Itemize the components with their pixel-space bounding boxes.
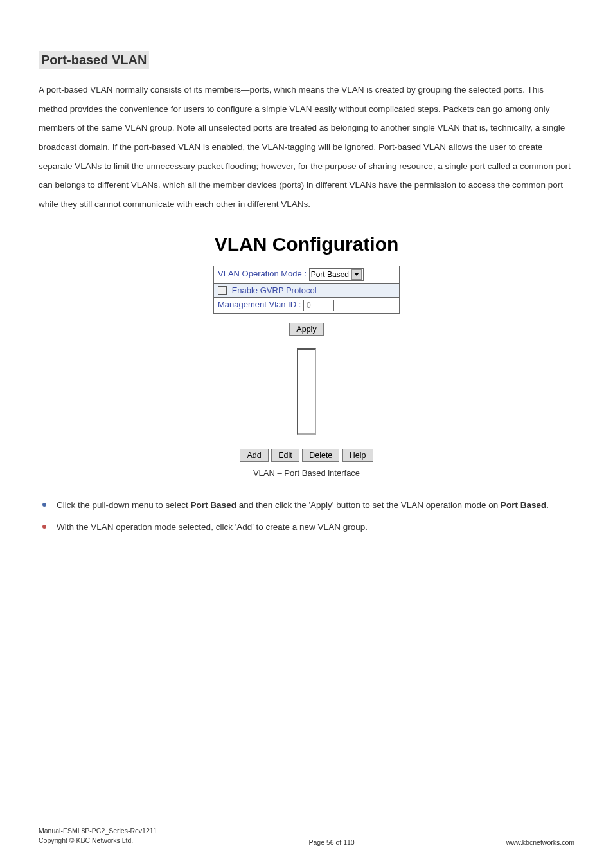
- delete-button[interactable]: Delete: [302, 449, 339, 462]
- mgmt-label: Management Vlan ID :: [218, 300, 303, 310]
- figure-caption: VLAN – Port Based interface: [39, 468, 574, 478]
- section-heading: Port-based VLAN: [39, 51, 149, 69]
- apply-button[interactable]: Apply: [289, 323, 323, 336]
- mode-dropdown[interactable]: Port Based: [309, 268, 364, 281]
- bullet-text-part: and then click the 'Apply' button to set…: [236, 500, 501, 510]
- edit-button[interactable]: Edit: [271, 449, 299, 462]
- bullet-icon: [42, 525, 46, 529]
- footer-url: www.kbcnetworks.com: [506, 838, 574, 846]
- footer-copyright: Copyright © KBC Networks Ltd.: [39, 836, 133, 844]
- bullet-text: With the VLAN operation mode selected, c…: [57, 522, 368, 532]
- list-item: With the VLAN operation mode selected, c…: [39, 518, 574, 537]
- button-row: Add Edit Delete Help: [213, 449, 400, 462]
- bullet-icon: [42, 503, 46, 507]
- list-item: Click the pull-down menu to select Port …: [39, 496, 574, 515]
- config-panel: VLAN Operation Mode : Port Based Enable …: [213, 266, 400, 462]
- bullet-bold: Port Based: [501, 500, 546, 510]
- mode-row: VLAN Operation Mode : Port Based: [214, 266, 400, 283]
- gvrp-row: Enable GVRP Protocol: [214, 283, 400, 298]
- config-table: VLAN Operation Mode : Port Based Enable …: [213, 266, 400, 314]
- footer-doc-id: Manual-ESML8P-PC2_Series-Rev1211: [39, 827, 157, 835]
- mode-dropdown-value: Port Based: [311, 270, 349, 279]
- gvrp-checkbox[interactable]: [218, 286, 227, 295]
- bullet-list: Click the pull-down menu to select Port …: [39, 496, 574, 536]
- mgmt-row: Management Vlan ID : 0: [214, 298, 400, 314]
- vlan-listbox[interactable]: [297, 348, 316, 435]
- help-button[interactable]: Help: [342, 449, 373, 462]
- gvrp-label: Enable GVRP Protocol: [232, 285, 317, 295]
- page-footer: Manual-ESML8P-PC2_Series-Rev1211 Copyrig…: [39, 826, 574, 847]
- bullet-bold: Port Based: [191, 500, 236, 510]
- mgmt-vlan-input[interactable]: 0: [303, 300, 334, 311]
- intro-paragraph: A port-based VLAN normally consists of i…: [39, 80, 574, 214]
- bullet-text-part: Click the pull-down menu to select: [57, 500, 191, 510]
- chevron-down-icon[interactable]: [351, 269, 362, 280]
- config-title: VLAN Configuration: [39, 233, 574, 255]
- footer-page-number: Page 56 of 110: [308, 838, 354, 846]
- bullet-text-part: .: [546, 500, 549, 510]
- footer-left: Manual-ESML8P-PC2_Series-Rev1211 Copyrig…: [39, 826, 157, 847]
- mode-label: VLAN Operation Mode :: [218, 269, 309, 278]
- add-button[interactable]: Add: [240, 449, 268, 462]
